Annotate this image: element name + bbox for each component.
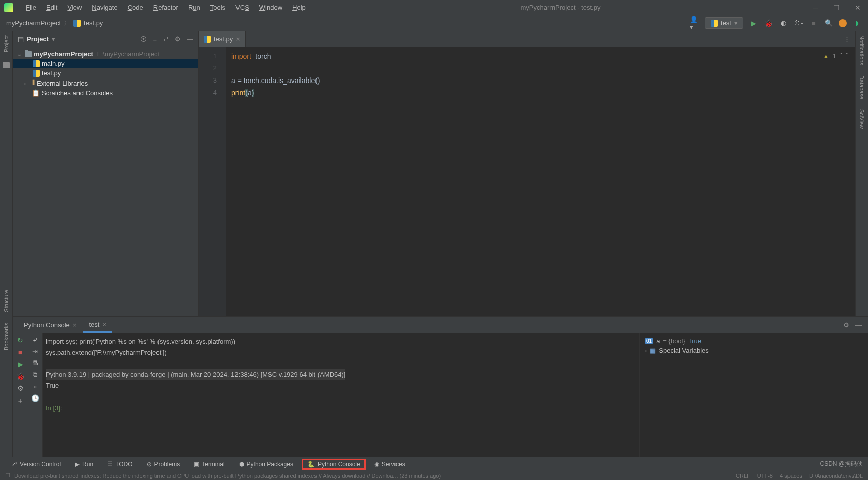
menu-help[interactable]: Help bbox=[287, 4, 311, 11]
sciview-tool-tab[interactable]: SciView bbox=[859, 109, 865, 129]
project-tool-tab[interactable]: Project bbox=[3, 35, 9, 52]
scroll-icon[interactable]: ⇥ bbox=[32, 348, 38, 355]
close-tab-icon[interactable]: × bbox=[236, 35, 240, 43]
status-indent[interactable]: 4 spaces bbox=[780, 473, 802, 479]
status-interpreter[interactable]: D:\Anaconda\envs\DL bbox=[809, 473, 863, 479]
prompt-icon[interactable]: » bbox=[33, 383, 37, 390]
tree-external-libs[interactable]: › 𝄃𝄃 External Libraries bbox=[13, 78, 198, 88]
menu-edit[interactable]: Edit bbox=[41, 4, 62, 11]
chevron-down-icon[interactable]: ⌄ bbox=[17, 50, 23, 58]
add-user-icon[interactable]: 👤▾ bbox=[690, 18, 700, 28]
breadcrumb-project[interactable]: myPycharmProject bbox=[6, 19, 61, 27]
tab-options-icon[interactable]: ⋮ bbox=[844, 35, 850, 43]
window-controls: ─ ☐ ✕ bbox=[810, 3, 864, 13]
status-tool-icon[interactable]: ☐ bbox=[5, 472, 10, 479]
run-button[interactable]: ▶ bbox=[748, 18, 758, 28]
add-icon[interactable]: ＋ bbox=[17, 396, 24, 406]
menu-file[interactable]: File bbox=[21, 4, 41, 11]
chevron-right-icon[interactable]: › bbox=[24, 79, 30, 87]
var-icon[interactable]: ⧉ bbox=[33, 371, 37, 379]
breadcrumb-file[interactable]: test.py bbox=[84, 19, 103, 27]
tree-scratches[interactable]: 📋 Scratches and Consoles bbox=[13, 88, 198, 98]
stop-icon[interactable]: ■ bbox=[18, 348, 22, 356]
structure-tool-tab[interactable]: Structure bbox=[3, 290, 9, 312]
minimize-button[interactable]: ─ bbox=[810, 3, 821, 13]
bt-todo[interactable]: ☰TODO bbox=[102, 459, 137, 469]
tree-file-main[interactable]: main.py bbox=[13, 59, 198, 68]
editor-tab-test[interactable]: test.py × bbox=[199, 31, 246, 47]
menu-vcs[interactable]: VCS bbox=[230, 4, 254, 11]
rerun-icon[interactable]: ↻ bbox=[17, 336, 23, 344]
settings-icon[interactable]: ⚙ bbox=[175, 35, 181, 43]
sidebar-dropdown-icon[interactable]: ▾ bbox=[52, 35, 55, 43]
collapse-icon[interactable]: ⇄ bbox=[163, 35, 169, 43]
menu-bar: File Edit View Navigate Code Refactor Ru… bbox=[0, 0, 868, 15]
console-prompt[interactable]: In [3]: bbox=[46, 403, 636, 414]
folder-icon[interactable] bbox=[3, 62, 10, 68]
chevron-right-icon[interactable]: › bbox=[645, 347, 647, 354]
watermark: CSDN @掏码侠 bbox=[820, 460, 863, 468]
hide-icon[interactable]: — bbox=[187, 35, 193, 43]
breadcrumb: myPycharmProject 〉 test.py bbox=[6, 19, 103, 28]
list-icon: ☰ bbox=[107, 461, 113, 468]
tree-root-label: myPycharmProject bbox=[34, 50, 93, 58]
close-button[interactable]: ✕ bbox=[852, 3, 864, 13]
debug-button[interactable]: 🐞 bbox=[763, 18, 773, 28]
bt-problems[interactable]: ⊘Problems bbox=[142, 459, 185, 469]
menu-run[interactable]: Run bbox=[183, 4, 205, 11]
bp-tab-label: Python Console bbox=[24, 321, 70, 329]
expand-icon[interactable]: ≡ bbox=[153, 35, 157, 43]
close-icon[interactable]: × bbox=[102, 321, 106, 328]
play-icon[interactable]: ▶ bbox=[18, 360, 23, 368]
close-icon[interactable]: × bbox=[73, 321, 77, 329]
bt-vcs[interactable]: ⎇Version Control bbox=[5, 459, 66, 469]
coverage-button[interactable]: ◐ bbox=[778, 18, 788, 28]
ide-features-icon[interactable]: ◗ bbox=[852, 18, 862, 28]
run-config-selector[interactable]: test ▾ bbox=[705, 17, 743, 29]
bt-python-console[interactable]: 🐍Python Console bbox=[302, 459, 365, 469]
status-encoding[interactable]: UTF-8 bbox=[757, 473, 773, 479]
var-item-a[interactable]: 01 a = {bool} True bbox=[645, 336, 863, 346]
tree-root[interactable]: ⌄ myPycharmProject F:\myPycharmProject bbox=[13, 49, 198, 59]
menu-navigate[interactable]: Navigate bbox=[87, 4, 122, 11]
bottom-panel-body: ↻ ■ ▶ 🐞 ⚙ ＋ ⤶ ⇥ 🖶 ⧉ » 🕓 import sys; prin… bbox=[13, 333, 868, 457]
bookmarks-tool-tab[interactable]: Bookmarks bbox=[3, 323, 9, 350]
console-output[interactable]: import sys; print('Python %s on %s' % (s… bbox=[43, 333, 639, 457]
search-button[interactable]: 🔍 bbox=[824, 18, 834, 28]
code-ident: torch bbox=[255, 52, 271, 60]
notifications-indicator-icon[interactable] bbox=[839, 19, 847, 27]
next-highlight-icon[interactable]: ˇ bbox=[846, 50, 848, 62]
profile-button[interactable]: ⏱▾ bbox=[794, 18, 804, 28]
prev-highlight-icon[interactable]: ˆ bbox=[840, 50, 842, 62]
menu-refactor[interactable]: Refactor bbox=[148, 4, 183, 11]
status-crlf[interactable]: CRLF bbox=[736, 473, 750, 479]
settings-icon[interactable]: ⚙ bbox=[17, 384, 24, 392]
var-item-special[interactable]: › ▦ Special Variables bbox=[645, 346, 863, 355]
bt-run[interactable]: ▶Run bbox=[70, 459, 98, 469]
tree-file-test[interactable]: test.py bbox=[13, 68, 198, 78]
panel-settings-icon[interactable]: ⚙ bbox=[843, 321, 849, 329]
menu-window[interactable]: Window bbox=[254, 4, 287, 11]
menu-tools[interactable]: Tools bbox=[205, 4, 230, 11]
bt-packages[interactable]: ⬢Python Packages bbox=[234, 459, 298, 469]
panel-hide-icon[interactable]: — bbox=[855, 321, 862, 329]
softwrap-icon[interactable]: ⤶ bbox=[32, 336, 38, 344]
maximize-button[interactable]: ☐ bbox=[830, 3, 843, 13]
bp-tab-console[interactable]: Python Console × bbox=[18, 317, 83, 333]
bt-terminal[interactable]: ▣Terminal bbox=[189, 459, 229, 469]
database-tool-tab[interactable]: Database bbox=[859, 75, 865, 99]
bp-tab-test[interactable]: test × bbox=[83, 317, 112, 333]
problems-icon: ⊘ bbox=[147, 461, 152, 468]
warning-icon[interactable]: ▲ bbox=[823, 50, 829, 62]
menu-code[interactable]: Code bbox=[123, 4, 148, 11]
locate-icon[interactable]: ⦿ bbox=[140, 35, 147, 43]
print-icon[interactable]: 🖶 bbox=[32, 359, 38, 367]
stop-button[interactable]: ■ bbox=[809, 18, 819, 28]
menu-view[interactable]: View bbox=[62, 4, 87, 11]
library-icon: 𝄃𝄃 bbox=[32, 79, 35, 87]
debug-icon[interactable]: 🐞 bbox=[16, 372, 25, 380]
bt-services[interactable]: ◉Services bbox=[369, 459, 410, 469]
notifications-tool-tab[interactable]: Notifications bbox=[859, 35, 865, 65]
status-bar: ☐ Download pre-built shared indexes: Red… bbox=[0, 471, 868, 480]
history-icon[interactable]: 🕓 bbox=[31, 394, 39, 402]
